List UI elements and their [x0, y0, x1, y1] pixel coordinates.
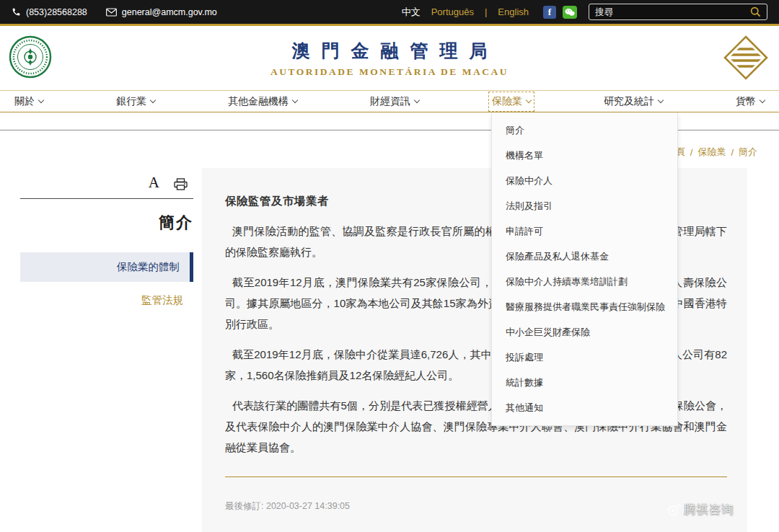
nav-label: 保險業 [492, 95, 522, 108]
dropdown-item-sme-catastrophe-insurance[interactable]: 中小企巨災財產保險 [492, 319, 677, 345]
search-icon[interactable] [750, 6, 761, 17]
phone-number: (853)28568288 [26, 7, 87, 17]
search-box [589, 4, 767, 20]
chevron-down-icon [150, 97, 156, 102]
nav-item-research-statistics[interactable]: 研究及統計 [604, 95, 663, 108]
amcm-diamond-logo [723, 35, 769, 81]
breadcrumb-separator: / [690, 147, 693, 158]
dropdown-item-rules-guidelines[interactable]: 法則及指引 [492, 193, 677, 218]
nav-label: 研究及統計 [604, 95, 654, 108]
sidebar-divider [20, 198, 193, 199]
page-tools: A [20, 173, 193, 190]
dropdown-item-complaints[interactable]: 投訴處理 [492, 345, 677, 370]
breadcrumb-separator: / [731, 147, 734, 158]
nav-item-currency[interactable]: 貨幣 [736, 95, 765, 108]
print-button[interactable] [174, 178, 188, 190]
facebook-icon[interactable]: f [543, 6, 556, 19]
breadcrumb: 首頁 / 保險業 / 簡介 [666, 146, 757, 159]
nav-item-other-financial-institutions[interactable]: 其他金融機構 [228, 95, 297, 108]
top-utility-bar: (853)28568288 general@amcm.gov.mo 中文 Por… [0, 0, 779, 24]
watermark: 腾祺咨询 [666, 502, 734, 518]
dropdown-item-other-notices[interactable]: 其他通知 [492, 395, 677, 420]
dropdown-item-medical-liability-insurance[interactable]: 醫療服務提供者職業民事責任強制保險 [492, 294, 677, 319]
sidebar-item-regulations[interactable]: 監管法規 [20, 289, 193, 311]
content-divider [225, 476, 727, 477]
chevron-down-icon [526, 97, 532, 102]
site-title-portuguese: AUTORIDADE MONETÁRIA DE MACAU [0, 66, 779, 78]
dropdown-item-insurance-intermediaries[interactable]: 保險中介人 [492, 168, 677, 193]
chevron-down-icon [658, 97, 664, 102]
breadcrumb-insurance[interactable]: 保險業 [697, 146, 726, 159]
dropdown-item-statistics[interactable]: 統計數據 [492, 370, 677, 395]
nav-label: 關於 [14, 95, 35, 108]
site-title-block: 澳門金融管理局 AUTORIDADE MONETÁRIA DE MACAU [0, 39, 779, 78]
language-switcher: 中文 Português | English [402, 6, 529, 19]
envelope-icon [106, 8, 117, 17]
phone-icon [12, 7, 21, 17]
primary-nav: 關於 銀行業 其他金融機構 財經資訊 保險業 研究及統計 貨幣 [0, 90, 779, 112]
nav-label: 財經資訊 [370, 95, 410, 108]
chevron-down-icon [292, 97, 298, 102]
dropdown-item-products-pension-funds[interactable]: 保險產品及私人退休基金 [492, 244, 677, 269]
lang-chinese[interactable]: 中文 [402, 6, 421, 19]
site-title-chinese: 澳門金融管理局 [0, 39, 779, 63]
nav-label: 銀行業 [116, 95, 146, 108]
lang-separator: | [485, 6, 487, 17]
dropdown-item-introduction[interactable]: 簡介 [492, 118, 677, 143]
nav-item-insurance[interactable]: 保險業 [492, 95, 531, 108]
phone-contact: (853)28568288 [12, 7, 87, 17]
dropdown-item-application-licensing[interactable]: 申請許可 [492, 218, 677, 244]
dropdown-item-institution-list[interactable]: 機構名單 [492, 143, 677, 168]
sidebar-heading: 簡介 [20, 212, 193, 234]
last-modified-text: 最後修訂: 2020-03-27 14:39:05 [225, 500, 727, 513]
watermark-icon [666, 502, 681, 517]
nav-item-financial-information[interactable]: 財經資訊 [370, 95, 419, 108]
font-size-button[interactable]: A [149, 175, 159, 190]
lang-english[interactable]: English [498, 6, 529, 17]
sidebar-item-insurance-system[interactable]: 保險業的體制 [20, 252, 193, 282]
lang-portuguese[interactable]: Português [431, 6, 474, 17]
email-address[interactable]: general@amcm.gov.mo [122, 7, 217, 17]
watermark-text: 腾祺咨询 [684, 502, 734, 518]
insurance-dropdown-menu: 簡介 機構名單 保險中介人 法則及指引 申請許可 保險產品及私人退休基金 保險中… [491, 112, 678, 426]
breadcrumb-current: 簡介 [739, 146, 757, 159]
site-header: 澳門金融管理局 AUTORIDADE MONETÁRIA DE MACAU [0, 26, 779, 90]
amcm-website-page: (853)28568288 general@amcm.gov.mo 中文 Por… [0, 0, 779, 532]
sidebar: A 簡介 保險業的體制 監管法規 [20, 173, 193, 311]
social-links: f [543, 6, 577, 19]
chevron-down-icon [760, 97, 765, 102]
search-input[interactable] [595, 7, 750, 17]
nav-label: 其他金融機構 [228, 95, 289, 108]
chevron-down-icon [414, 97, 420, 102]
nav-item-banking[interactable]: 銀行業 [116, 95, 155, 108]
chevron-down-icon [38, 97, 44, 102]
email-contact[interactable]: general@amcm.gov.mo [106, 7, 217, 17]
nav-item-about[interactable]: 關於 [14, 95, 43, 108]
nav-label: 貨幣 [736, 95, 756, 108]
dropdown-item-cpd-programme[interactable]: 保險中介人持續專業培訓計劃 [492, 269, 677, 294]
wechat-icon[interactable] [563, 6, 577, 19]
